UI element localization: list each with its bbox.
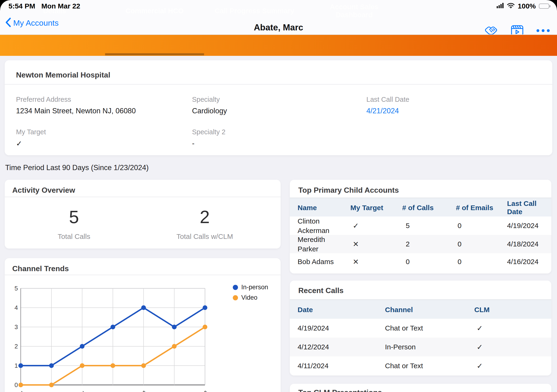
stat-value: 2 (176, 208, 233, 226)
stat-total-calls-clm: 2 Total Calls w/CLM (176, 208, 233, 241)
stat-label: Total Calls w/CLM (176, 233, 233, 241)
my-target-mark: ✓ (353, 221, 359, 230)
account-name-link[interactable]: Meredith Parker (298, 235, 344, 254)
svg-text:Fe: Fe (140, 389, 150, 392)
legend-in-person: In-person (233, 284, 268, 291)
battery-percent: 100% (518, 2, 536, 10)
call-channel: Chat or Text (385, 361, 423, 371)
table-header-row: Name My Target # of Calls # of Emails La… (290, 198, 551, 216)
channel-trends-title: Channel Trends (12, 264, 69, 273)
svg-text:5: 5 (15, 285, 18, 292)
table-row: 4/12/2024 In-Person ✓ (290, 338, 551, 356)
divider (5, 197, 281, 197)
clm-checkmark: ✓ (477, 323, 483, 333)
account-name-link[interactable]: Clinton Ackerman (298, 216, 344, 235)
last-call-date-link[interactable]: 4/21/2024 (366, 107, 409, 115)
page-title: Abate, Marc (0, 23, 557, 33)
tab-account-sales-dashboard[interactable]: Account Sales Dashboard (319, 0, 389, 21)
svg-text:Ja: Ja (78, 389, 88, 392)
field-label: Specialty 2 (192, 128, 225, 136)
recent-calls-title: Recent Calls (298, 286, 344, 295)
top-child-accounts-title: Top Primary Child Accounts (298, 186, 399, 195)
field-my-target: My Target ✓ (16, 128, 46, 148)
time-period-label: Time Period Last 90 Days (Since 1/23/202… (5, 163, 149, 172)
column-header-target: My Target (350, 204, 383, 212)
field-label: Preferred Address (16, 96, 136, 103)
last-call-date-link[interactable]: 4/16/2024 (507, 257, 538, 266)
activity-overview-card: Activity Overview 5 Total Calls 2 Total … (5, 180, 281, 249)
column-header-last-call: Last Call Date (507, 199, 545, 216)
field-preferred-address: Preferred Address 1234 Main Street, Newt… (16, 96, 136, 115)
last-call-date-link[interactable]: 4/19/2024 (507, 221, 538, 230)
clm-checkmark: ✓ (477, 361, 483, 371)
svg-text:4: 4 (15, 304, 18, 311)
divider (5, 275, 281, 275)
column-header-clm: CLM (474, 306, 490, 314)
cellular-signal-icon (497, 2, 504, 10)
more-ellipsis-icon[interactable] (536, 29, 550, 33)
tab-bar (0, 34, 557, 56)
call-date-link[interactable]: 4/19/2024 (298, 323, 329, 333)
svg-text:2: 2 (15, 343, 18, 350)
field-last-call-date: Last Call Date 4/21/2024 (366, 96, 409, 115)
calls-count: 0 (406, 257, 410, 266)
my-target-mark: ✕ (353, 239, 359, 249)
tab-details[interactable]: Details (19, 0, 90, 21)
field-value: - (192, 139, 225, 148)
table-header-row: Date Channel CLM (290, 299, 551, 319)
screen-corner (0, 0, 10, 10)
my-target-checkmark: ✓ (16, 139, 46, 148)
top-child-accounts-card: Top Primary Child Accounts Name My Targe… (290, 180, 551, 274)
stat-label: Total Calls (58, 233, 90, 241)
table-row: 4/19/2024 Chat or Text ✓ (290, 319, 551, 338)
top-clm-presentations-card: Top CLM Presentations (290, 384, 551, 392)
wifi-icon (507, 2, 515, 10)
column-header-name: Name (298, 204, 317, 212)
channel-trends-chart: 012345JaJaFeFe (9, 279, 240, 392)
account-info-card: Newton Memorial Hospital Preferred Addre… (5, 60, 552, 155)
activity-overview-title: Activity Overview (12, 186, 75, 195)
legend-dot-in-person (233, 285, 238, 290)
last-call-date-link[interactable]: 4/18/2024 (507, 239, 538, 249)
column-header-calls: # of Calls (402, 204, 434, 212)
column-header-emails: # of Emails (456, 204, 493, 212)
clm-checkmark: ✓ (477, 342, 483, 352)
field-label: My Target (16, 128, 46, 136)
legend-label: In-person (241, 284, 268, 291)
emails-count: 0 (458, 221, 462, 230)
column-header-channel: Channel (385, 306, 413, 314)
top-clm-presentations-title: Top CLM Presentations (298, 388, 382, 392)
svg-text:Ja: Ja (17, 389, 27, 392)
call-channel: In-Person (385, 342, 416, 352)
divider (5, 84, 552, 85)
field-label: Last Call Date (366, 96, 409, 103)
active-tab-indicator (105, 53, 204, 55)
column-header-date: Date (298, 306, 313, 314)
table-row: Meredith Parker ✕ 2 0 4/18/2024 (290, 235, 551, 253)
stat-total-calls: 5 Total Calls (58, 208, 90, 241)
table-row: Clinton Ackerman ✓ 5 0 4/19/2024 (290, 216, 551, 235)
emails-count: 0 (458, 257, 462, 266)
table-row: 4/11/2024 Chat or Text ✓ (290, 356, 551, 375)
svg-text:3: 3 (15, 323, 18, 331)
svg-text:0: 0 (15, 381, 18, 388)
field-label: Specialty (192, 96, 227, 103)
field-specialty2: Specialty 2 - (192, 128, 225, 148)
calls-count: 5 (406, 221, 410, 230)
legend-dot-video (233, 295, 238, 300)
call-date-link[interactable]: 4/12/2024 (298, 342, 329, 352)
legend-label: Video (241, 294, 258, 301)
calls-count: 2 (406, 239, 410, 249)
call-date-link[interactable]: 4/11/2024 (298, 361, 328, 371)
svg-text:1: 1 (15, 362, 18, 369)
my-target-mark: ✕ (353, 257, 359, 266)
tab-call-progress-summary[interactable]: Call Progress Summary (210, 0, 299, 21)
stat-value: 5 (58, 208, 90, 226)
screen-corner (547, 0, 557, 10)
legend-video: Video (233, 294, 258, 301)
tab-commercial-hco[interactable]: Commercial HCO (119, 0, 190, 21)
field-value: 1234 Main Street, Newton NJ, 06080 (16, 107, 136, 115)
table-row: Bob Adams ✕ 0 0 4/16/2024 (290, 253, 551, 270)
recent-calls-card: Recent Calls Date Channel CLM 4/19/2024 … (290, 281, 551, 376)
account-name-link[interactable]: Bob Adams (298, 257, 349, 266)
